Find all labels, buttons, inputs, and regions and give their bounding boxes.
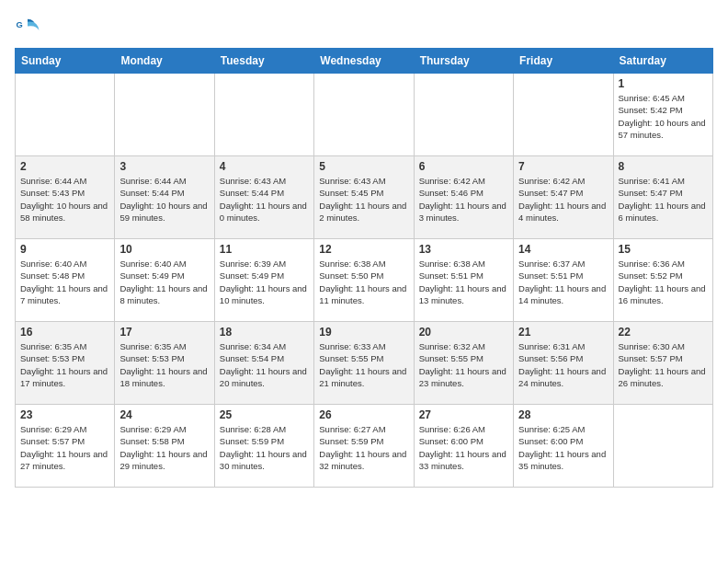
day-number: 12 [319,243,408,256]
day-number: 25 [220,408,309,421]
day-number: 4 [220,160,309,173]
day-number: 15 [619,243,708,256]
calendar-cell: 26Sunrise: 6:27 AM Sunset: 5:59 PM Dayli… [314,405,414,488]
calendar-cell: 5Sunrise: 6:43 AM Sunset: 5:45 PM Daylig… [314,156,414,239]
calendar-cell: 22Sunrise: 6:30 AM Sunset: 5:57 PM Dayli… [613,322,712,405]
day-number: 18 [220,326,309,339]
day-number: 23 [20,408,109,421]
weekday-header-row: SundayMondayTuesdayWednesdayThursdayFrid… [16,49,713,74]
day-info: Sunrise: 6:28 AM Sunset: 5:59 PM Dayligh… [220,423,309,472]
calendar-cell: 7Sunrise: 6:42 AM Sunset: 5:47 PM Daylig… [514,156,613,239]
weekday-header: Saturday [613,49,712,74]
day-info: Sunrise: 6:32 AM Sunset: 5:55 PM Dayligh… [419,340,508,389]
calendar-week-row: 23Sunrise: 6:29 AM Sunset: 5:57 PM Dayli… [16,405,713,488]
day-info: Sunrise: 6:36 AM Sunset: 5:52 PM Dayligh… [619,258,708,306]
calendar-cell [514,74,613,156]
logo: G [15,15,44,40]
day-info: Sunrise: 6:44 AM Sunset: 5:43 PM Dayligh… [20,175,109,224]
calendar-cell: 3Sunrise: 6:44 AM Sunset: 5:44 PM Daylig… [115,156,214,239]
weekday-header: Tuesday [214,49,313,74]
calendar-cell [214,74,313,156]
calendar-week-row: 9Sunrise: 6:40 AM Sunset: 5:48 PM Daylig… [16,239,713,322]
day-info: Sunrise: 6:27 AM Sunset: 5:59 PM Dayligh… [319,423,408,472]
calendar-cell: 17Sunrise: 6:35 AM Sunset: 5:53 PM Dayli… [115,322,214,405]
weekday-header: Monday [115,49,214,74]
calendar-cell: 9Sunrise: 6:40 AM Sunset: 5:48 PM Daylig… [16,239,115,322]
day-info: Sunrise: 6:42 AM Sunset: 5:47 PM Dayligh… [518,175,608,224]
day-number: 24 [119,408,209,421]
day-number: 22 [619,326,708,339]
calendar-week-row: 1Sunrise: 6:45 AM Sunset: 5:42 PM Daylig… [16,74,713,156]
day-info: Sunrise: 6:38 AM Sunset: 5:50 PM Dayligh… [319,258,408,306]
day-number: 10 [119,243,209,256]
calendar-cell: 25Sunrise: 6:28 AM Sunset: 5:59 PM Dayli… [214,405,313,488]
calendar-cell: 14Sunrise: 6:37 AM Sunset: 5:51 PM Dayli… [514,239,613,322]
calendar-week-row: 2Sunrise: 6:44 AM Sunset: 5:43 PM Daylig… [16,156,713,239]
calendar-cell: 19Sunrise: 6:33 AM Sunset: 5:55 PM Dayli… [314,322,414,405]
calendar-cell: 16Sunrise: 6:35 AM Sunset: 5:53 PM Dayli… [16,322,115,405]
calendar-cell: 12Sunrise: 6:38 AM Sunset: 5:50 PM Dayli… [314,239,414,322]
day-number: 17 [119,326,209,339]
day-number: 13 [419,243,508,256]
day-info: Sunrise: 6:26 AM Sunset: 6:00 PM Dayligh… [419,423,508,472]
calendar-cell [115,74,214,156]
weekday-header: Wednesday [314,49,414,74]
calendar-cell: 18Sunrise: 6:34 AM Sunset: 5:54 PM Dayli… [214,322,313,405]
day-info: Sunrise: 6:29 AM Sunset: 5:57 PM Dayligh… [20,423,109,472]
weekday-header: Thursday [414,49,513,74]
calendar-cell: 6Sunrise: 6:42 AM Sunset: 5:46 PM Daylig… [414,156,513,239]
day-info: Sunrise: 6:34 AM Sunset: 5:54 PM Dayligh… [220,340,309,389]
day-number: 8 [619,160,708,173]
calendar-cell: 21Sunrise: 6:31 AM Sunset: 5:56 PM Dayli… [514,322,613,405]
calendar-cell: 8Sunrise: 6:41 AM Sunset: 5:47 PM Daylig… [613,156,712,239]
day-info: Sunrise: 6:42 AM Sunset: 5:46 PM Dayligh… [419,175,508,224]
day-number: 1 [619,77,708,90]
day-info: Sunrise: 6:33 AM Sunset: 5:55 PM Dayligh… [319,340,408,389]
day-info: Sunrise: 6:25 AM Sunset: 6:00 PM Dayligh… [518,423,608,472]
day-info: Sunrise: 6:39 AM Sunset: 5:49 PM Dayligh… [220,258,309,306]
day-info: Sunrise: 6:43 AM Sunset: 5:44 PM Dayligh… [220,175,309,224]
day-number: 16 [20,326,109,339]
calendar-cell: 23Sunrise: 6:29 AM Sunset: 5:57 PM Dayli… [16,405,115,488]
logo-icon: G [15,15,40,40]
day-number: 21 [518,326,608,339]
day-info: Sunrise: 6:35 AM Sunset: 5:53 PM Dayligh… [20,340,109,389]
day-info: Sunrise: 6:37 AM Sunset: 5:51 PM Dayligh… [518,258,608,306]
calendar-cell: 2Sunrise: 6:44 AM Sunset: 5:43 PM Daylig… [16,156,115,239]
calendar-cell [314,74,414,156]
calendar-cell: 27Sunrise: 6:26 AM Sunset: 6:00 PM Dayli… [414,405,513,488]
calendar-cell: 10Sunrise: 6:40 AM Sunset: 5:49 PM Dayli… [115,239,214,322]
day-number: 14 [518,243,608,256]
day-info: Sunrise: 6:35 AM Sunset: 5:53 PM Dayligh… [119,340,209,389]
day-info: Sunrise: 6:40 AM Sunset: 5:49 PM Dayligh… [119,258,209,306]
calendar-cell [613,405,712,488]
day-info: Sunrise: 6:45 AM Sunset: 5:42 PM Dayligh… [619,92,708,141]
page-header: G [15,15,713,40]
day-number: 11 [220,243,309,256]
svg-text:G: G [17,20,23,29]
calendar-cell [414,74,513,156]
day-info: Sunrise: 6:38 AM Sunset: 5:51 PM Dayligh… [419,258,508,306]
day-number: 2 [20,160,109,173]
calendar-cell: 4Sunrise: 6:43 AM Sunset: 5:44 PM Daylig… [214,156,313,239]
calendar-cell [16,74,115,156]
calendar-cell: 20Sunrise: 6:32 AM Sunset: 5:55 PM Dayli… [414,322,513,405]
day-number: 6 [419,160,508,173]
day-info: Sunrise: 6:44 AM Sunset: 5:44 PM Dayligh… [119,175,209,224]
day-number: 7 [518,160,608,173]
calendar-cell: 15Sunrise: 6:36 AM Sunset: 5:52 PM Dayli… [613,239,712,322]
day-info: Sunrise: 6:41 AM Sunset: 5:47 PM Dayligh… [619,175,708,224]
day-number: 20 [419,326,508,339]
day-info: Sunrise: 6:31 AM Sunset: 5:56 PM Dayligh… [518,340,608,389]
calendar-cell: 13Sunrise: 6:38 AM Sunset: 5:51 PM Dayli… [414,239,513,322]
day-number: 5 [319,160,408,173]
day-number: 3 [119,160,209,173]
calendar-cell: 28Sunrise: 6:25 AM Sunset: 6:00 PM Dayli… [514,405,613,488]
day-number: 27 [419,408,508,421]
calendar-cell: 24Sunrise: 6:29 AM Sunset: 5:58 PM Dayli… [115,405,214,488]
day-info: Sunrise: 6:30 AM Sunset: 5:57 PM Dayligh… [619,340,708,389]
day-number: 26 [319,408,408,421]
day-info: Sunrise: 6:43 AM Sunset: 5:45 PM Dayligh… [319,175,408,224]
calendar-cell: 11Sunrise: 6:39 AM Sunset: 5:49 PM Dayli… [214,239,313,322]
day-number: 19 [319,326,408,339]
